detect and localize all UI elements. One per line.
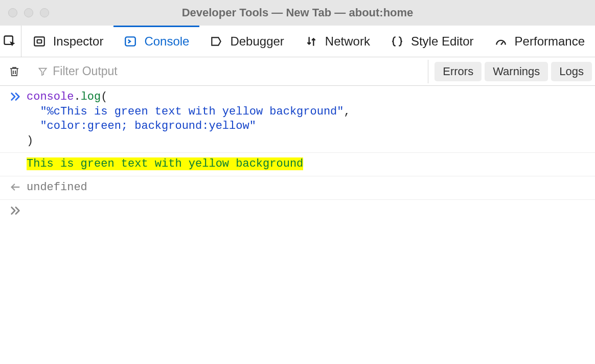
tab-inspector[interactable]: Inspector bbox=[22, 26, 114, 57]
separator bbox=[428, 60, 428, 83]
close-window-button[interactable] bbox=[8, 8, 17, 17]
tab-label: Performance bbox=[515, 34, 585, 49]
tab-style-editor[interactable]: Style Editor bbox=[380, 26, 484, 57]
debugger-icon bbox=[210, 35, 223, 48]
log-gutter bbox=[4, 157, 27, 158]
console-prompt-row[interactable] bbox=[0, 200, 595, 220]
window-title: Developer Tools — New Tab — about:home bbox=[182, 6, 414, 19]
tab-label: Debugger bbox=[230, 34, 284, 49]
input-prompt-icon bbox=[4, 204, 27, 216]
tab-debugger[interactable]: Debugger bbox=[199, 26, 294, 57]
log-level-toggles: Errors Warnings Logs bbox=[428, 60, 595, 83]
clear-console-button[interactable] bbox=[0, 57, 28, 85]
tab-label: Inspector bbox=[53, 34, 104, 49]
funnel-icon bbox=[38, 66, 48, 77]
logs-toggle[interactable]: Logs bbox=[551, 62, 592, 81]
window-titlebar: Developer Tools — New Tab — about:home bbox=[0, 0, 595, 26]
return-value: undefined bbox=[27, 180, 590, 195]
tab-label: Style Editor bbox=[411, 34, 474, 49]
errors-toggle[interactable]: Errors bbox=[434, 62, 482, 81]
performance-icon bbox=[494, 35, 508, 48]
svg-rect-2 bbox=[37, 39, 41, 43]
tab-network[interactable]: Network bbox=[294, 26, 380, 57]
filter-input-wrapper bbox=[31, 64, 428, 78]
warnings-toggle[interactable]: Warnings bbox=[485, 62, 548, 81]
console-return-row: undefined bbox=[0, 176, 595, 200]
svg-rect-1 bbox=[34, 37, 44, 46]
network-icon bbox=[305, 35, 318, 48]
tab-console[interactable]: Console bbox=[113, 26, 199, 57]
zoom-window-button[interactable] bbox=[40, 8, 49, 17]
element-picker-icon bbox=[3, 34, 17, 49]
console-filter-bar: Errors Warnings Logs bbox=[0, 57, 595, 86]
separator bbox=[21, 26, 21, 57]
console-input-code: console.log( "%cThis is green text with … bbox=[27, 90, 590, 148]
tab-performance[interactable]: Performance bbox=[484, 26, 595, 57]
filter-output-input[interactable] bbox=[53, 64, 421, 78]
inspector-icon bbox=[33, 35, 46, 48]
console-output: console.log( "%cThis is green text with … bbox=[0, 86, 595, 220]
trash-icon bbox=[8, 65, 20, 78]
input-prompt-icon bbox=[4, 90, 27, 102]
devtools-tabbar: Inspector Console Debugger Network bbox=[0, 26, 595, 57]
tab-label: Console bbox=[144, 34, 189, 49]
window-controls bbox=[8, 8, 49, 17]
style-editor-icon bbox=[391, 35, 404, 48]
element-picker-button[interactable] bbox=[0, 26, 20, 57]
console-log-row: This is green text with yellow backgroun… bbox=[0, 153, 595, 176]
return-arrow-icon bbox=[4, 180, 27, 193]
console-log-message: This is green text with yellow backgroun… bbox=[27, 157, 590, 172]
console-icon bbox=[124, 35, 137, 48]
console-input-row[interactable]: console.log( "%cThis is green text with … bbox=[0, 86, 595, 153]
minimize-window-button[interactable] bbox=[24, 8, 33, 17]
tab-label: Network bbox=[325, 34, 370, 49]
